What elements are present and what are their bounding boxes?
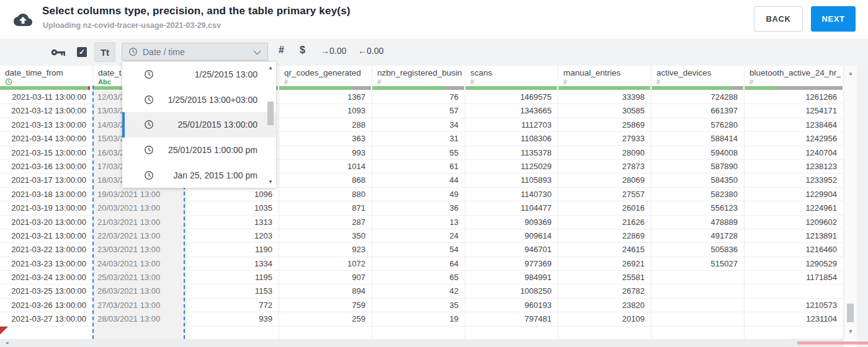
cell[interactable] [93, 327, 186, 339]
cell[interactable]: 939 [186, 312, 279, 326]
cell[interactable]: 1093 [279, 104, 372, 118]
cell[interactable]: 55 [372, 146, 465, 160]
cell[interactable]: 20/03/2021 13:00 [93, 201, 186, 215]
cell[interactable]: 1190 [186, 243, 279, 257]
cell[interactable]: 1125029 [465, 160, 558, 174]
cell[interactable]: 2021-03-22 13:00:00 [0, 243, 93, 257]
cell[interactable]: 22869 [558, 229, 651, 243]
cell[interactable]: 2021-03-23 13:00:00 [0, 257, 93, 271]
cell[interactable]: 515027 [651, 257, 745, 271]
cell[interactable]: 984991 [465, 271, 558, 284]
text-type-button[interactable]: Tt [94, 42, 115, 62]
dropdown-scroll-down-icon[interactable]: ▼ [266, 179, 275, 185]
cell[interactable]: 2021-03-20 13:00:00 [0, 216, 93, 229]
cell[interactable]: 2021-03-11 13:00:00 [0, 90, 93, 104]
cell[interactable]: 909614 [465, 229, 558, 243]
cell[interactable]: 772 [186, 299, 279, 312]
cell[interactable]: 1238464 [745, 118, 844, 132]
cell[interactable]: 25869 [558, 118, 651, 132]
cell[interactable]: 584350 [651, 174, 745, 187]
cell[interactable]: 19 [372, 312, 465, 326]
cell[interactable] [745, 284, 844, 298]
vertical-scrollbar[interactable]: ▲ ▼ [844, 66, 857, 339]
cell[interactable]: 31 [372, 132, 465, 146]
cell[interactable] [651, 284, 745, 298]
format-option[interactable]: 1/25/2015 13:00 [122, 62, 276, 87]
cell[interactable]: 582380 [651, 188, 745, 201]
cell[interactable]: 1213891 [745, 229, 844, 243]
cell[interactable]: 923 [279, 243, 372, 257]
cell[interactable]: 1254171 [745, 104, 844, 118]
cell[interactable]: 49 [372, 188, 465, 201]
back-button[interactable]: BACK [754, 6, 803, 32]
cell[interactable]: 2021-03-18 13:00:00 [0, 188, 93, 201]
cell[interactable]: 1229904 [745, 188, 844, 201]
cell[interactable]: 871 [279, 201, 372, 215]
increase-decimals-button[interactable]: →0.00 [317, 45, 350, 56]
cell[interactable] [372, 327, 465, 339]
cell[interactable]: 24615 [558, 243, 651, 257]
cell[interactable]: 2021-03-15 13:00:00 [0, 146, 93, 160]
cell[interactable]: 1231104 [745, 312, 844, 326]
cell[interactable]: 350 [279, 229, 372, 243]
cell[interactable]: 25581 [558, 271, 651, 284]
cell[interactable]: 24/03/2021 13:00 [93, 257, 186, 271]
cell[interactable]: 868 [279, 174, 372, 187]
cell[interactable]: 65 [372, 271, 465, 284]
cell[interactable]: 1072 [279, 257, 372, 271]
cell[interactable]: 363 [279, 132, 372, 146]
cell[interactable]: 27/03/2021 13:00 [93, 299, 186, 312]
cell[interactable]: 1105893 [465, 174, 558, 187]
cell[interactable]: 28090 [558, 146, 651, 160]
cell[interactable]: 26921 [558, 257, 651, 271]
cell[interactable]: 22/03/2021 13:00 [93, 229, 186, 243]
cell[interactable]: 259 [279, 312, 372, 326]
vertical-scroll-thumb[interactable] [847, 304, 854, 322]
cell[interactable]: 1209602 [745, 216, 844, 229]
cell[interactable]: 1216460 [745, 243, 844, 257]
cell[interactable]: 21626 [558, 216, 651, 229]
cell[interactable]: 1210573 [745, 299, 844, 312]
cell[interactable]: 288 [279, 118, 372, 132]
cell[interactable] [279, 327, 372, 339]
column-type-select[interactable]: Date / time [122, 43, 268, 61]
scroll-left-icon[interactable]: ◄ [4, 340, 9, 347]
cell[interactable]: 34 [372, 118, 465, 132]
cell[interactable]: 1238123 [745, 160, 844, 174]
cell[interactable] [745, 327, 844, 339]
cell[interactable]: 2021-03-21 13:00:00 [0, 229, 93, 243]
cell[interactable]: 1140730 [465, 188, 558, 201]
cell[interactable]: 21/03/2021 13:00 [93, 216, 186, 229]
cell[interactable]: 27873 [558, 160, 651, 174]
column-enabled-checkbox[interactable]: ✓ [77, 47, 87, 57]
cell[interactable]: 26782 [558, 284, 651, 298]
cell[interactable]: 1242956 [745, 132, 844, 146]
cell[interactable]: 1171854 [745, 271, 844, 284]
cell[interactable]: 1008250 [465, 284, 558, 298]
cell[interactable]: 946701 [465, 243, 558, 257]
cell[interactable]: 35 [372, 299, 465, 312]
cell[interactable]: 28/03/2021 13:00 [93, 312, 186, 326]
cell[interactable]: 505836 [651, 243, 745, 257]
cell[interactable]: 1035 [186, 201, 279, 215]
cell[interactable]: 880 [279, 188, 372, 201]
cell[interactable]: 491728 [651, 229, 745, 243]
column-header-qr_codes_generated[interactable]: qr_codes_generated# [279, 66, 372, 86]
cell[interactable]: 1290529 [745, 257, 844, 271]
horizontal-scrollbar[interactable]: ◄ ► [0, 339, 844, 347]
cell[interactable]: 26016 [558, 201, 651, 215]
cell[interactable]: 57 [372, 104, 465, 118]
cell[interactable]: 27933 [558, 132, 651, 146]
cell[interactable]: 1014 [279, 160, 372, 174]
cell[interactable] [651, 299, 745, 312]
cell[interactable]: 909369 [465, 216, 558, 229]
cell[interactable]: 2021-03-25 13:00:00 [0, 284, 93, 298]
cell[interactable]: 1104477 [465, 201, 558, 215]
cell[interactable]: 2021-03-27 13:00:00 [0, 312, 93, 326]
cell[interactable]: 26/03/2021 13:00 [93, 284, 186, 298]
cell[interactable]: 2021-03-26 13:00:00 [0, 299, 93, 312]
column-header-nzbn_registered_busine[interactable]: nzbn_registered_busine# [372, 66, 465, 86]
cell[interactable]: 2021-03-24 13:00:00 [0, 271, 93, 284]
cell[interactable]: 759 [279, 299, 372, 312]
cell[interactable]: 1261266 [745, 90, 844, 104]
